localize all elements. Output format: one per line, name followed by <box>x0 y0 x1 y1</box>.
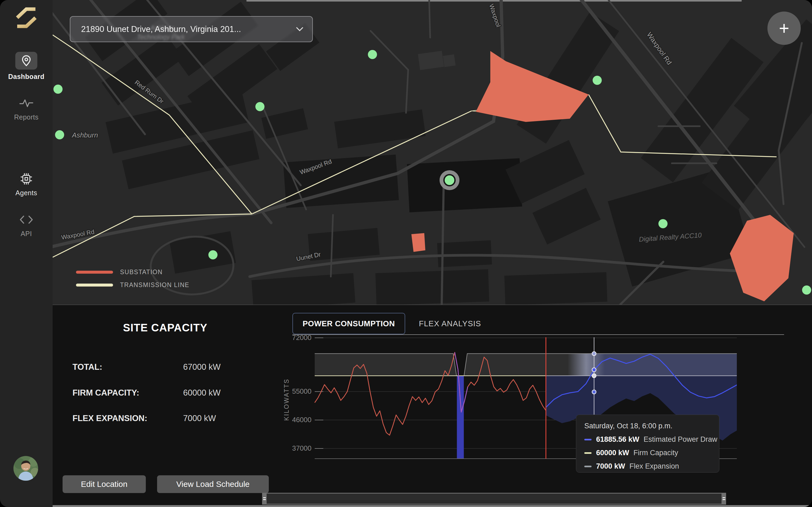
map-legend: SUBSTATION TRANSMISSION LINE <box>76 269 189 294</box>
road-label-waxpool-3: Waxpool Rd <box>645 31 674 66</box>
company-logo <box>13 6 39 30</box>
cpu-chip-icon <box>15 172 37 186</box>
flex-label: Flex Expansion <box>629 462 679 470</box>
map-marker[interactable] <box>658 219 668 228</box>
map-marker[interactable] <box>55 130 64 139</box>
road-label-uunet: Uunet Dr <box>296 251 322 262</box>
plus-icon: + <box>779 18 790 39</box>
firm-value: 60000 kW <box>596 449 629 457</box>
legend-substation: SUBSTATION <box>76 269 189 276</box>
flex-dash-icon <box>584 466 591 467</box>
sidebar-label-reports: Reports <box>0 113 53 121</box>
flex-expansion-label: FLEX EXPANSION: <box>72 413 185 423</box>
bottom-edge-strip <box>53 505 812 507</box>
y-axis-tick: 46000 <box>274 416 311 424</box>
tooltip-title: Saturday, Oct 18, 6:00 p.m. <box>584 422 711 430</box>
sidebar-item-dashboard[interactable]: Dashboard <box>0 52 53 80</box>
map-marker[interactable] <box>802 285 811 295</box>
y-axis-tick: 37000 <box>274 444 311 452</box>
estimate-value: 61885.56 kW <box>596 435 639 444</box>
substation-swatch <box>76 271 113 274</box>
firm-capacity-label: FIRM CAPACITY: <box>72 388 185 398</box>
map-layers: Ashburn Technology Park Ashburn Digital … <box>53 0 812 304</box>
map-canvas[interactable]: Ashburn Technology Park Ashburn Digital … <box>53 0 812 304</box>
view-load-schedule-button[interactable]: View Load Schedule <box>157 475 269 493</box>
chart-tooltip: Saturday, Oct 18, 6:00 p.m. 61885.56 kW … <box>576 415 719 472</box>
tooltip-row-flex: 7000 kW Flex Expansion <box>584 462 711 470</box>
map-marker[interactable] <box>209 250 218 260</box>
firm-dash-icon <box>584 452 591 454</box>
site-capacity-title: SITE CAPACITY <box>123 322 208 334</box>
transmission-label: TRANSMISSION LINE <box>120 281 189 289</box>
activity-pulse-icon <box>15 96 37 110</box>
map-marker[interactable] <box>255 102 265 111</box>
sidebar-item-agents[interactable]: Agents <box>0 172 53 197</box>
estimate-label: Estimated Power Draw <box>644 435 717 444</box>
scrollbar-right-handle[interactable] <box>721 494 726 504</box>
substation-label: SUBSTATION <box>120 269 163 276</box>
sidebar-label-dashboard: Dashboard <box>0 73 53 80</box>
map-marker[interactable] <box>53 84 63 94</box>
avatar-photo <box>13 456 38 481</box>
firm-label: Firm Capacity <box>633 449 678 457</box>
y-axis-tick: 55000 <box>274 387 311 396</box>
location-pin-icon <box>21 55 32 67</box>
code-brackets-icon <box>15 213 37 227</box>
tab-flex-analysis[interactable]: FLEX ANALYSIS <box>419 313 481 334</box>
map-zoom-in-button[interactable]: + <box>767 11 801 45</box>
edit-location-button[interactable]: Edit Location <box>63 475 146 493</box>
sidebar-label-agents: Agents <box>0 189 53 197</box>
sidebar-item-reports[interactable]: Reports <box>0 96 53 121</box>
y-axis-tick: 72000 <box>274 334 311 342</box>
chart-range-scrollbar[interactable] <box>262 493 726 505</box>
map-marker[interactable] <box>593 76 602 85</box>
dashboard-active-highlight <box>15 52 37 69</box>
scrollbar-left-handle[interactable] <box>262 494 267 504</box>
address-selector[interactable]: 21890 Uunet Drive, Ashburn, Virginia 201… <box>70 16 313 42</box>
tab-power-consumption[interactable]: POWER CONSUMPTION <box>292 313 405 334</box>
estimate-dash-icon <box>584 439 591 440</box>
sidebar-label-api: API <box>0 230 53 238</box>
town-label: Ashburn <box>71 131 98 139</box>
sidebar: Dashboard Reports <box>0 0 53 507</box>
total-label: TOTAL: <box>72 362 185 372</box>
tab-underline <box>292 334 784 335</box>
sidebar-item-api[interactable]: API <box>0 213 53 238</box>
flex-value: 7000 kW <box>596 462 625 470</box>
legend-transmission: TRANSMISSION LINE <box>76 281 189 288</box>
chevron-down-icon <box>296 27 303 32</box>
tooltip-row-firm: 60000 kW Firm Capacity <box>584 449 711 457</box>
tooltip-row-estimate: 61885.56 kW Estimated Power Draw <box>584 435 711 444</box>
app-window: Ashburn Technology Park Ashburn Digital … <box>0 0 812 507</box>
transmission-swatch <box>76 284 113 287</box>
user-avatar[interactable] <box>13 456 38 481</box>
address-selector-value: 21890 Uunet Drive, Ashburn, Virginia 201… <box>81 24 296 34</box>
map-marker[interactable] <box>368 50 377 59</box>
